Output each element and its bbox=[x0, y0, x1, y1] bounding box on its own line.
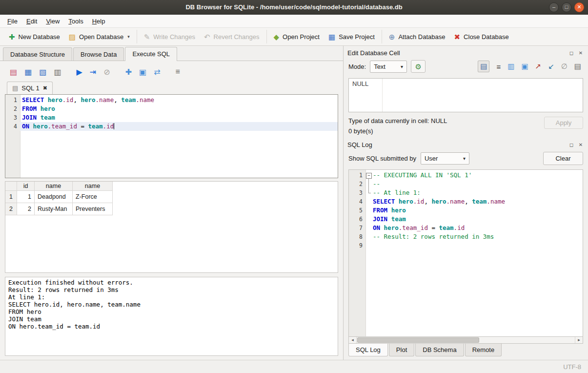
maximize-button[interactable]: □ bbox=[562, 2, 571, 12]
tab-db-schema[interactable]: DB Schema bbox=[415, 344, 464, 356]
fold-marker[interactable] bbox=[365, 232, 372, 241]
new-tab-icon[interactable]: ✚ bbox=[125, 67, 132, 77]
execute-all-icon[interactable]: ▶ bbox=[77, 67, 82, 77]
tab-plot[interactable]: Plot bbox=[389, 344, 414, 356]
right-pane: Edit Database Cell ◻✕ Mode: Text ⚙ ▤≡▥▣↗… bbox=[343, 46, 588, 360]
code-token: .id bbox=[413, 198, 425, 205]
close-icon[interactable]: ✕ bbox=[577, 142, 584, 148]
submitter-select[interactable]: User bbox=[421, 152, 469, 165]
find-replace-icon[interactable]: ⇄ bbox=[154, 67, 160, 77]
fold-marker[interactable] bbox=[365, 206, 372, 215]
sql-tab-bar: ▤SQL 1✖ bbox=[5, 80, 338, 94]
column-header[interactable]: id bbox=[17, 182, 35, 191]
print-cell-icon[interactable]: ▤ bbox=[574, 62, 581, 71]
close-button[interactable]: ✕ bbox=[574, 2, 584, 12]
sql-log-view[interactable]: 1-- EXECUTING ALL IN 'SQL 1'2--3-- At li… bbox=[348, 169, 583, 336]
copy-cell-icon[interactable]: ▣ bbox=[521, 62, 528, 71]
table-cell[interactable]: 2 bbox=[17, 203, 35, 215]
row-header[interactable]: 2 bbox=[5, 203, 17, 215]
menu-item[interactable]: View bbox=[41, 16, 64, 27]
fold-marker[interactable] bbox=[365, 215, 372, 224]
window-title: DB Browser for SQLite - /home/user/code/… bbox=[0, 3, 588, 11]
write-changes-button[interactable]: ✎Write Changes bbox=[140, 31, 200, 42]
mode-label: Mode: bbox=[348, 63, 366, 70]
sql-tab[interactable]: ▤SQL 1✖ bbox=[7, 82, 53, 94]
scroll-track[interactable] bbox=[357, 337, 575, 343]
corner-cell bbox=[5, 182, 17, 191]
code-token bbox=[387, 207, 391, 214]
close-database-button[interactable]: ✖Close Database bbox=[450, 31, 513, 42]
tab-execute-sql[interactable]: Execute SQL bbox=[125, 47, 177, 61]
close-tab-icon[interactable]: ✖ bbox=[43, 85, 47, 91]
save-sql-file-icon[interactable]: ▦ bbox=[24, 67, 32, 77]
code-token: hero bbox=[431, 198, 446, 205]
sql-editor[interactable]: 1SELECT hero.id, hero.name, team.name2FR… bbox=[5, 94, 338, 178]
scroll-right-button[interactable]: ▸ bbox=[575, 337, 583, 343]
execution-output[interactable]: Execution finished without errors.Result… bbox=[5, 277, 338, 356]
menu-item[interactable]: Tools bbox=[64, 16, 87, 27]
print-icon[interactable]: ▥ bbox=[54, 67, 61, 77]
menu-item[interactable]: File bbox=[3, 16, 22, 27]
tab-sql-log[interactable]: SQL Log bbox=[348, 344, 388, 356]
fold-marker[interactable] bbox=[365, 241, 372, 250]
open-sql-file-icon[interactable]: ▤ bbox=[10, 67, 17, 77]
save-sql-as-icon[interactable]: ▧ bbox=[39, 67, 46, 77]
output-line: ON hero.team_id = team.id bbox=[8, 323, 335, 330]
open-database-icon: ▨ bbox=[69, 33, 76, 41]
open-cell-icon[interactable]: ▥ bbox=[507, 62, 514, 71]
table-cell[interactable]: Z-Force bbox=[73, 191, 113, 203]
float-icon[interactable]: ◻ bbox=[568, 142, 575, 148]
execute-current-line-icon[interactable]: ⇥ bbox=[90, 67, 96, 77]
code-line: 3JOIN team bbox=[5, 113, 338, 122]
format-sql-icon[interactable]: ≡ bbox=[176, 67, 180, 76]
menu-item[interactable]: Help bbox=[88, 16, 110, 27]
fold-marker[interactable] bbox=[365, 197, 372, 206]
line-number: 3 bbox=[5, 113, 20, 122]
minimize-button[interactable]: – bbox=[549, 2, 559, 12]
fold-marker[interactable] bbox=[365, 171, 372, 180]
export-cell-icon[interactable]: ↗ bbox=[535, 62, 542, 71]
close-icon[interactable]: ✕ bbox=[577, 50, 584, 57]
tab-database-structure[interactable]: Database Structure bbox=[3, 47, 72, 61]
open-project-button[interactable]: ◆Open Project bbox=[269, 31, 324, 42]
execute-sql-panel: ▤▦▧▥▶⇥⊘✚▣⇄≡ ▤SQL 1✖ 1SELECT hero.id, her… bbox=[0, 61, 343, 360]
fold-marker[interactable] bbox=[365, 180, 372, 188]
tab-remote[interactable]: Remote bbox=[465, 344, 502, 356]
open-tab-icon[interactable]: ▣ bbox=[139, 67, 146, 77]
stop-icon[interactable]: ⊘ bbox=[103, 67, 110, 77]
column-header[interactable]: name bbox=[35, 182, 73, 191]
table-cell[interactable]: 1 bbox=[17, 191, 35, 203]
menu-item[interactable]: Edit bbox=[22, 16, 41, 27]
save-project-button[interactable]: ▦Save Project bbox=[324, 31, 379, 42]
word-wrap-icon[interactable]: ≡ bbox=[496, 62, 501, 71]
table-cell[interactable]: Preventers bbox=[73, 203, 113, 215]
attach-database-button[interactable]: ⊕Attach Database bbox=[385, 31, 450, 42]
table-cell[interactable]: Deadpond bbox=[35, 191, 73, 203]
scroll-handle[interactable] bbox=[357, 337, 479, 343]
fold-marker[interactable] bbox=[365, 224, 372, 232]
fold-marker[interactable] bbox=[365, 188, 372, 197]
cell-editor[interactable]: NULL bbox=[348, 78, 583, 112]
tab-browse-data[interactable]: Browse Data bbox=[73, 47, 124, 61]
clear-log-button[interactable]: Clear bbox=[543, 152, 583, 165]
apply-button[interactable]: Apply bbox=[544, 117, 583, 129]
sql-log-title: SQL Log bbox=[347, 141, 568, 148]
column-header[interactable]: name bbox=[73, 182, 113, 191]
mode-select[interactable]: Text bbox=[370, 61, 407, 73]
log-horizontal-scrollbar[interactable]: ◂ ▸ bbox=[348, 336, 583, 344]
import-cell-icon[interactable]: ↙ bbox=[548, 62, 554, 71]
output-line: At line 1: bbox=[8, 293, 335, 301]
table-cell[interactable]: Rusty-Man bbox=[35, 203, 73, 215]
revert-changes-button[interactable]: ↶Revert Changes bbox=[200, 31, 264, 42]
float-icon[interactable]: ◻ bbox=[568, 50, 575, 57]
open-database-button[interactable]: ▨Open Database▾ bbox=[64, 31, 134, 42]
results-grid[interactable]: idnamename 11DeadpondZ-Force 22Rusty-Man… bbox=[5, 181, 338, 273]
gear-icon: ⚙ bbox=[415, 63, 421, 70]
auto-switch-mode-button[interactable]: ⚙ bbox=[411, 60, 426, 73]
text-mode-icon[interactable]: ▤ bbox=[478, 61, 489, 72]
row-header[interactable]: 1 bbox=[5, 191, 17, 203]
scroll-left-button[interactable]: ◂ bbox=[349, 337, 357, 343]
set-null-icon[interactable]: ∅ bbox=[561, 62, 568, 71]
code-token bbox=[37, 114, 41, 121]
new-database-button[interactable]: ✚New Database bbox=[4, 31, 64, 42]
